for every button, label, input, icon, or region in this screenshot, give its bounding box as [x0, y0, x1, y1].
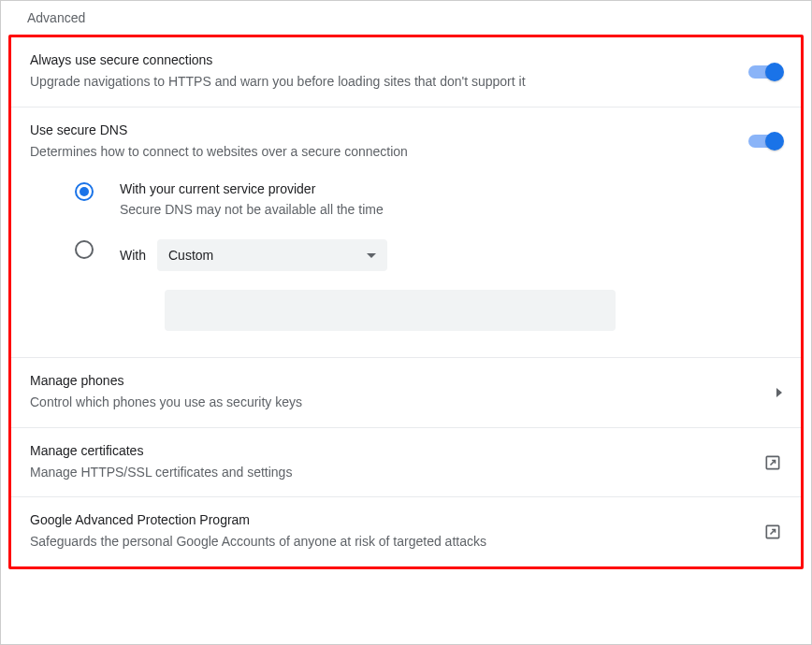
setting-title: Always use secure connections	[30, 52, 726, 67]
setting-title: Manage certificates	[30, 443, 741, 458]
setting-secure-dns: Use secure DNS Determines how to connect…	[11, 108, 801, 359]
toggle-secure-dns[interactable]	[748, 135, 782, 148]
section-header-label: Advanced	[27, 10, 85, 25]
setting-desc: Upgrade navigations to HTTPS and warn yo…	[30, 73, 726, 92]
radio-desc: Secure DNS may not be available all the …	[120, 202, 782, 217]
setting-manage-certificates[interactable]: Manage certificates Manage HTTPS/SSL cer…	[11, 428, 801, 498]
setting-desc: Safeguards the personal Google Accounts …	[30, 533, 741, 552]
setting-desc: Manage HTTPS/SSL certificates and settin…	[30, 464, 741, 482]
custom-with-row: With Custom	[120, 239, 782, 271]
radio-custom[interactable]	[75, 240, 94, 259]
toggle-knob	[765, 132, 784, 150]
radio-prefix-label: With	[120, 248, 146, 263]
radio-content: With Custom	[120, 239, 782, 331]
setting-text: Always use secure connections Upgrade na…	[30, 52, 726, 92]
setting-text: Manage phones Control which phones you u…	[30, 373, 754, 412]
settings-panel: Advanced Always use secure connections U…	[0, 0, 812, 645]
setting-secure-connections: Always use secure connections Upgrade na…	[11, 37, 801, 108]
setting-text: Use secure DNS Determines how to connect…	[30, 122, 726, 162]
chevron-down-icon	[367, 253, 376, 258]
setting-desc: Control which phones you use as security…	[30, 394, 754, 412]
setting-title: Use secure DNS	[30, 122, 726, 137]
secure-dns-radio-group: With your current service provider Secur…	[11, 168, 801, 331]
custom-input-wrap	[120, 277, 782, 331]
secure-dns-header: Use secure DNS Determines how to connect…	[11, 108, 801, 169]
setting-text: Google Advanced Protection Program Safeg…	[30, 512, 741, 552]
open-external-icon	[763, 523, 782, 541]
caret-right-icon	[776, 388, 782, 397]
setting-text: Manage certificates Manage HTTPS/SSL cer…	[30, 443, 741, 482]
section-header-advanced: Advanced	[8, 1, 804, 31]
radio-row-current-provider: With your current service provider Secur…	[75, 181, 782, 217]
setting-title: Manage phones	[30, 373, 754, 388]
open-external-icon	[763, 453, 782, 472]
radio-label: With your current service provider	[120, 181, 782, 196]
content-wrap: Advanced Always use secure connections U…	[1, 1, 811, 644]
setting-advanced-protection[interactable]: Google Advanced Protection Program Safeg…	[11, 497, 801, 566]
secure-dns-custom-input[interactable]	[165, 290, 616, 331]
radio-row-custom: With Custom	[75, 239, 782, 331]
setting-manage-phones[interactable]: Manage phones Control which phones you u…	[11, 358, 801, 428]
toggle-knob	[765, 63, 784, 81]
dropdown-value: Custom	[168, 248, 213, 263]
toggle-secure-connections[interactable]	[748, 65, 782, 79]
radio-current-provider[interactable]	[75, 182, 94, 201]
advanced-settings-highlight: Always use secure connections Upgrade na…	[8, 35, 804, 569]
setting-desc: Determines how to connect to websites ov…	[30, 143, 726, 162]
setting-title: Google Advanced Protection Program	[30, 512, 741, 527]
radio-content: With your current service provider Secur…	[120, 181, 782, 217]
secure-dns-provider-dropdown[interactable]: Custom	[157, 239, 387, 271]
